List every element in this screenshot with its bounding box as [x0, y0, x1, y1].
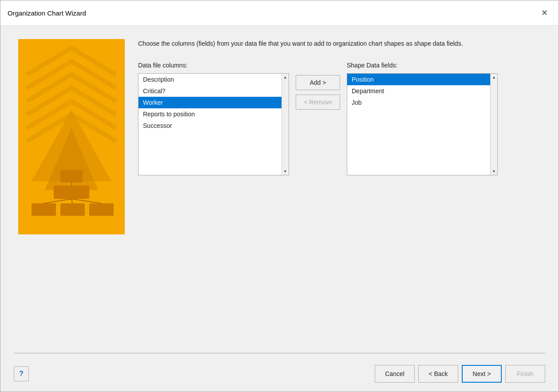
right-panel: Choose the columns (fields) from your da… — [138, 39, 541, 344]
list-item[interactable]: Job — [347, 97, 497, 108]
footer-separator-wrapper — [0, 353, 559, 360]
svg-rect-10 — [60, 170, 83, 182]
content-area: Choose the columns (fields) from your da… — [0, 26, 559, 353]
illustration-panel — [18, 39, 125, 234]
title-bar: Organization Chart Wizard ✕ — [0, 0, 559, 26]
scroll-down-arrow[interactable]: ▼ — [282, 168, 289, 175]
data-file-columns-label: Data file columns: — [138, 62, 289, 69]
illustration-svg — [18, 39, 125, 234]
cancel-button[interactable]: Cancel — [375, 365, 415, 383]
footer-right: Cancel < Back Next > Finish — [375, 365, 545, 383]
add-button[interactable]: Add > — [296, 75, 340, 90]
remove-button[interactable]: < Remove — [296, 95, 340, 110]
data-file-columns-listbox[interactable]: Description Critical? Worker Reports to … — [138, 73, 289, 175]
list-item[interactable]: Department — [347, 85, 497, 97]
scroll-down-arrow[interactable]: ▼ — [491, 168, 497, 175]
list-item[interactable]: Description — [139, 74, 289, 85]
scrollbar[interactable]: ▲ ▼ — [490, 74, 497, 175]
footer-separator — [14, 353, 545, 353]
shape-data-fields-group: Shape Data fields: Position Department J… — [347, 62, 498, 175]
svg-rect-6 — [89, 203, 114, 216]
dialog-window: Organization Chart Wizard ✕ — [0, 0, 559, 392]
list-item-selected[interactable]: Worker — [139, 97, 289, 108]
shape-data-fields-listbox[interactable]: Position Department Job ▲ ▼ — [347, 73, 498, 175]
dialog-title: Organization Chart Wizard — [8, 9, 86, 17]
footer: ? Cancel < Back Next > Finish — [0, 360, 559, 392]
scroll-up-arrow[interactable]: ▲ — [282, 74, 289, 81]
data-file-columns-group: Data file columns: Description Critical?… — [138, 62, 289, 175]
back-button[interactable]: < Back — [418, 365, 458, 383]
next-button[interactable]: Next > — [462, 365, 502, 383]
description-text: Choose the columns (fields) from your da… — [138, 39, 541, 48]
svg-rect-3 — [54, 186, 89, 199]
transfer-buttons: Add > < Remove — [296, 62, 340, 110]
svg-rect-4 — [32, 203, 56, 216]
list-item[interactable]: Successor — [139, 120, 289, 131]
list-item[interactable]: Reports to position — [139, 108, 289, 120]
list-item[interactable]: Critical? — [139, 85, 289, 97]
list-item-selected[interactable]: Position — [347, 74, 497, 85]
shape-data-fields-label: Shape Data fields: — [347, 62, 498, 69]
svg-rect-5 — [60, 203, 85, 216]
columns-section: Data file columns: Description Critical?… — [138, 62, 541, 175]
close-button[interactable]: ✕ — [537, 6, 551, 20]
scrollbar[interactable]: ▲ ▼ — [281, 74, 289, 175]
scroll-up-arrow[interactable]: ▲ — [491, 74, 497, 81]
footer-left: ? — [14, 366, 29, 381]
help-button[interactable]: ? — [14, 366, 29, 381]
finish-button[interactable]: Finish — [505, 365, 545, 383]
